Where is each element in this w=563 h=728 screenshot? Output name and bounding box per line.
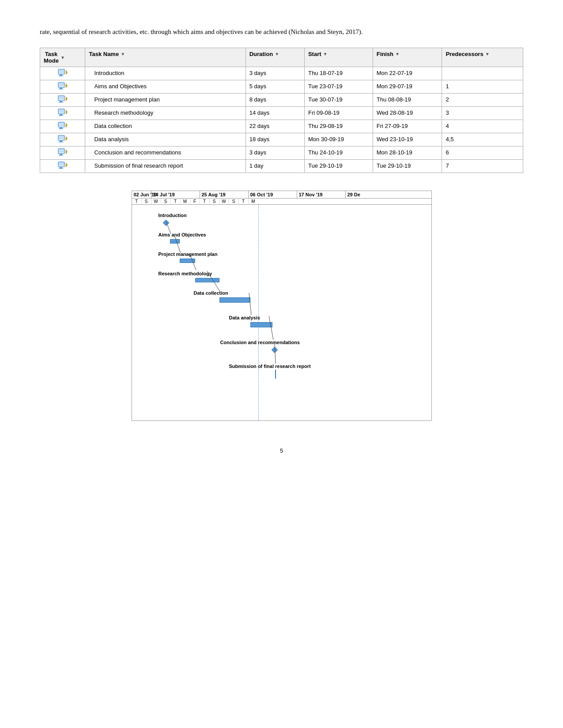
gantt-date-cell: 25 Aug '19 — [200, 191, 249, 198]
task-start-cell: Thu 24-10-19 — [304, 146, 373, 160]
task-predecessors-cell: 2 — [442, 94, 523, 107]
table-row: Introduction3 daysThu 18-07-19Mon 22-07-… — [40, 67, 523, 80]
task-duration-cell: 22 days — [246, 120, 304, 133]
task-mode-icon — [58, 69, 68, 77]
task-name-dropdown-arrow[interactable]: ▼ — [121, 52, 125, 56]
task-name-cell: Conclusion and recommendations — [85, 146, 246, 160]
gantt-row-pmp: Project management plan — [132, 247, 431, 264]
task-mode-cell — [40, 133, 85, 146]
task-duration-cell: 8 days — [246, 94, 304, 107]
task-predecessors-cell — [442, 67, 523, 80]
table-row: Project management plan8 daysTue 30-07-1… — [40, 94, 523, 107]
svg-rect-27 — [60, 141, 62, 142]
gantt-label-submission: Submission of final research report — [229, 364, 311, 369]
col-task-mode: TaskMode ▼ — [40, 48, 85, 67]
task-name-cell: Data collection — [85, 120, 246, 133]
gantt-bar-aims — [170, 239, 180, 244]
duration-dropdown-arrow[interactable]: ▼ — [275, 52, 279, 56]
gantt-chart: 02 Jun '19 14 Jul '19 25 Aug '19 06 Oct … — [132, 191, 432, 421]
task-start-cell: Fri 09-08-19 — [304, 107, 373, 120]
task-start-cell: Tue 23-07-19 — [304, 80, 373, 94]
task-finish-cell: Wed 23-10-19 — [373, 133, 442, 146]
svg-rect-3 — [59, 75, 63, 76]
task-predecessors-cell: 4 — [442, 120, 523, 133]
svg-rect-32 — [60, 154, 62, 155]
gantt-date-cell: 17 Nov '19 — [297, 191, 346, 198]
task-finish-cell: Mon 29-07-19 — [373, 80, 442, 94]
task-finish-cell: Tue 29-10-19 — [373, 160, 442, 173]
table-row: Data collection22 daysThu 29-08-19Fri 27… — [40, 120, 523, 133]
gantt-day-cell: T — [200, 199, 210, 204]
task-name-cell: Project management plan — [85, 94, 246, 107]
svg-rect-36 — [59, 162, 64, 166]
predecessors-dropdown-arrow[interactable]: ▼ — [485, 52, 490, 56]
start-dropdown-arrow[interactable]: ▼ — [323, 52, 328, 56]
svg-marker-4 — [66, 70, 68, 75]
gantt-label-methodology: Research methodology — [159, 271, 212, 276]
gantt-label-datacollection: Data collection — [194, 290, 228, 296]
task-start-cell: Tue 29-10-19 — [304, 160, 373, 173]
task-finish-cell: Mon 28-10-19 — [373, 146, 442, 160]
gantt-bar-datacollection — [219, 297, 250, 303]
task-mode-cell — [40, 120, 85, 133]
task-duration-cell: 3 days — [246, 146, 304, 160]
gantt-label-aims: Aims and Objectives — [159, 232, 206, 237]
svg-rect-12 — [60, 101, 62, 102]
task-start-cell: Tue 30-07-19 — [304, 94, 373, 107]
table-row: Aims and Objectives5 daysTue 23-07-19Mon… — [40, 80, 523, 94]
gantt-day-cell: F — [190, 199, 200, 204]
task-start-cell: Thu 29-08-19 — [304, 120, 373, 133]
svg-rect-31 — [59, 149, 64, 153]
gantt-day-cell: T — [132, 199, 142, 204]
task-mode-icon — [58, 109, 68, 116]
gantt-date-cell: 29 De — [346, 191, 365, 198]
task-finish-cell: Fri 27-09-19 — [373, 120, 442, 133]
gantt-row-introduction: Introduction — [132, 208, 431, 225]
col-predecessors: Predecessors ▼ — [442, 48, 523, 67]
svg-rect-2 — [60, 75, 62, 75]
gantt-milestone-introduction — [162, 220, 169, 226]
task-finish-cell: Mon 22-07-19 — [373, 67, 442, 80]
task-start-cell: Mon 30-09-19 — [304, 133, 373, 146]
task-mode-dropdown-arrow[interactable]: ▼ — [60, 55, 65, 60]
task-predecessors-cell: 1 — [442, 80, 523, 94]
gantt-row-aims: Aims and Objectives — [132, 228, 431, 244]
gantt-day-cell: S — [229, 199, 239, 204]
col-task-name: Task Name ▼ — [85, 48, 246, 67]
task-duration-cell: 5 days — [246, 80, 304, 94]
gantt-label-introduction: Introduction — [159, 213, 187, 218]
table-row: Submission of final research report1 day… — [40, 160, 523, 173]
svg-rect-26 — [59, 136, 64, 139]
task-mode-icon — [58, 161, 68, 169]
svg-rect-17 — [60, 114, 62, 115]
svg-rect-28 — [59, 142, 63, 143]
task-name-cell: Submission of final research report — [85, 160, 246, 173]
page-number: 5 — [40, 447, 523, 454]
task-finish-cell: Thu 08-08-19 — [373, 94, 442, 107]
task-mode-cell — [40, 80, 85, 94]
task-name-cell: Introduction — [85, 67, 246, 80]
task-mode-cell — [40, 160, 85, 173]
task-table: TaskMode ▼ Task Name ▼ Duration ▼ Start … — [40, 48, 523, 173]
gantt-row-methodology: Research methodology — [132, 266, 431, 283]
gantt-label-dataanalysis: Data analysis — [229, 315, 260, 320]
gantt-header: 02 Jun '19 14 Jul '19 25 Aug '19 06 Oct … — [132, 191, 432, 205]
gantt-day-cell: W — [219, 199, 229, 204]
table-row: Research methodology14 daysFri 09-08-19W… — [40, 107, 523, 120]
gantt-day-cell: W — [151, 199, 161, 204]
svg-marker-39 — [66, 163, 68, 167]
gantt-day-cell: S — [161, 199, 171, 204]
task-mode-cell — [40, 67, 85, 80]
task-predecessors-cell: 7 — [442, 160, 523, 173]
svg-marker-34 — [66, 150, 68, 154]
svg-marker-9 — [66, 83, 68, 88]
gantt-day-cell: M — [181, 199, 190, 204]
gantt-label-conclusion: Conclusion and recommendations — [220, 340, 300, 345]
svg-marker-14 — [66, 97, 68, 101]
svg-rect-6 — [59, 83, 64, 86]
task-mode-icon — [58, 135, 68, 143]
gantt-row-conclusion: Conclusion and recommendations — [132, 335, 431, 357]
svg-rect-16 — [59, 109, 64, 113]
finish-dropdown-arrow[interactable]: ▼ — [395, 52, 400, 56]
svg-rect-33 — [59, 155, 63, 156]
